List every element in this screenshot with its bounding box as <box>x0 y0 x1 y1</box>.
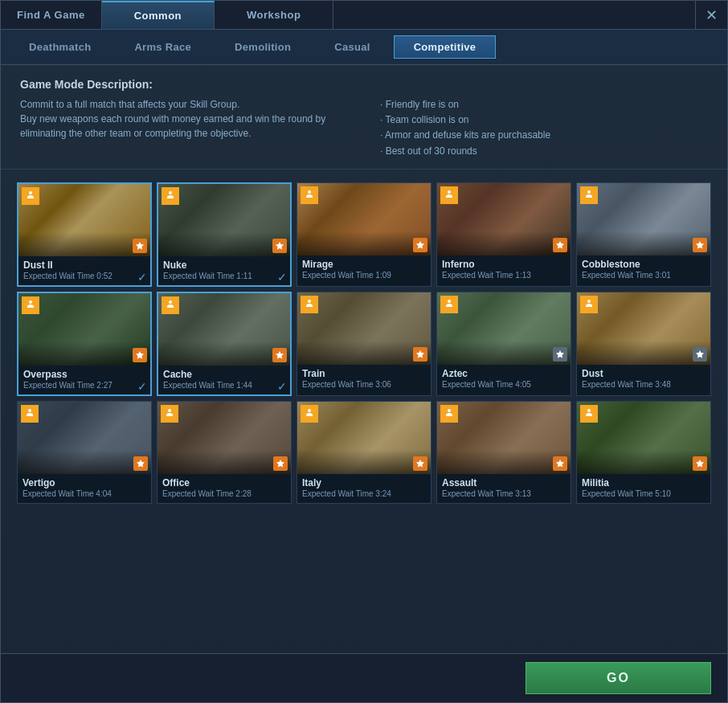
map-thumb-italy <box>297 402 431 474</box>
map-badge-vertigo <box>133 456 148 471</box>
map-player-icon-dust2 <box>22 187 39 205</box>
map-badge-cache <box>272 348 287 362</box>
map-name-cobblestone: Cobblestone <box>582 259 706 270</box>
desc-right-list: · Friendly fire is on · Team collision i… <box>380 97 708 159</box>
main-tabs: Common Workshop <box>102 1 695 29</box>
desc-right: · Friendly fire is on · Team collision i… <box>380 97 708 159</box>
maps-container: ✓Dust IIExpected Wait Time 0:52✓NukeExpe… <box>1 170 727 653</box>
tab-demolition[interactable]: Demolition <box>215 35 311 59</box>
map-thumb-dust <box>577 292 710 365</box>
desc-right-item-1: · Team collision is on <box>380 112 708 128</box>
map-name-militia: Militia <box>582 477 706 488</box>
map-badge-dust2 <box>133 239 147 253</box>
tab-common[interactable]: Common <box>102 1 215 29</box>
map-info-train: TrainExpected Wait Time 3:06 <box>297 365 431 394</box>
map-name-overpass: Overpass <box>23 369 145 380</box>
bottom-bar: GO <box>1 653 727 702</box>
map-name-office: Office <box>162 477 286 488</box>
map-wait-aztec: Expected Wait Time 4:05 <box>442 380 566 389</box>
map-info-militia: MilitiaExpected Wait Time 5:10 <box>577 474 710 503</box>
map-name-assault: Assault <box>442 477 566 488</box>
tab-armsrace[interactable]: Arms Race <box>114 35 211 59</box>
desc-right-item-3: · Best out of 30 rounds <box>380 144 708 159</box>
map-badge-militia <box>693 456 707 471</box>
desc-left-line1: Commit to a full match that affects your… <box>20 97 348 112</box>
map-name-italy: Italy <box>302 477 426 488</box>
map-name-train: Train <box>302 368 426 379</box>
tab-workshop[interactable]: Workshop <box>215 1 333 29</box>
map-thumb-train <box>297 292 431 365</box>
map-wait-dust2: Expected Wait Time 0:52 <box>23 272 145 280</box>
map-wait-assault: Expected Wait Time 3:13 <box>442 489 566 498</box>
map-info-vertigo: VertigoExpected Wait Time 4:04 <box>18 474 151 503</box>
desc-title: Game Mode Description: <box>20 78 708 91</box>
map-player-icon-dust <box>580 296 598 313</box>
map-wait-militia: Expected Wait Time 5:10 <box>582 489 706 498</box>
map-card-aztec[interactable]: AztecExpected Wait Time 4:05 <box>436 292 571 396</box>
map-wait-nuke: Expected Wait Time 1:11 <box>163 272 285 280</box>
map-player-icon-mirage <box>301 186 318 204</box>
tab-deathmatch[interactable]: Deathmatch <box>9 35 111 59</box>
map-card-italy[interactable]: ItalyExpected Wait Time 3:24 <box>297 401 431 504</box>
map-player-icon-cobblestone <box>580 186 598 204</box>
map-wait-office: Expected Wait Time 2:28 <box>162 489 286 498</box>
map-badge-aztec <box>553 347 567 362</box>
map-card-vertigo[interactable]: VertigoExpected Wait Time 4:04 <box>17 401 152 504</box>
map-info-cobblestone: CobblestoneExpected Wait Time 3:01 <box>577 255 710 284</box>
map-badge-office <box>273 456 288 471</box>
map-badge-italy <box>413 456 427 471</box>
map-wait-cache: Expected Wait Time 1:44 <box>163 381 285 390</box>
map-player-icon-cache <box>162 296 179 314</box>
map-name-inferno: Inferno <box>442 259 566 270</box>
map-badge-assault <box>553 456 567 471</box>
map-player-icon-overpass <box>22 296 39 314</box>
map-badge-train <box>413 347 427 362</box>
map-player-icon-train <box>301 296 318 313</box>
map-card-overpass[interactable]: ✓OverpassExpected Wait Time 2:27 <box>17 292 152 396</box>
close-button[interactable]: ✕ <box>695 1 727 29</box>
map-wait-inferno: Expected Wait Time 1:13 <box>442 271 566 280</box>
map-name-cache: Cache <box>163 369 285 380</box>
map-card-office[interactable]: OfficeExpected Wait Time 2:28 <box>157 401 292 504</box>
map-wait-train: Expected Wait Time 3:06 <box>302 380 426 389</box>
map-card-cobblestone[interactable]: CobblestoneExpected Wait Time 3:01 <box>576 182 711 287</box>
map-card-dust2[interactable]: ✓Dust IIExpected Wait Time 0:52 <box>17 182 152 287</box>
map-player-icon-assault <box>440 405 458 423</box>
tab-competitive[interactable]: Competitive <box>394 35 497 59</box>
map-card-mirage[interactable]: MirageExpected Wait Time 1:09 <box>297 182 431 287</box>
map-card-assault[interactable]: AssaultExpected Wait Time 3:13 <box>436 401 571 504</box>
map-card-cache[interactable]: ✓CacheExpected Wait Time 1:44 <box>157 292 292 396</box>
description-section: Game Mode Description: Commit to a full … <box>1 65 727 170</box>
map-card-train[interactable]: TrainExpected Wait Time 3:06 <box>297 292 431 396</box>
map-name-aztec: Aztec <box>442 368 566 379</box>
map-wait-italy: Expected Wait Time 3:24 <box>302 489 426 498</box>
map-card-dust[interactable]: DustExpected Wait Time 3:48 <box>576 292 711 396</box>
go-button[interactable]: GO <box>526 662 711 694</box>
map-name-dust2: Dust II <box>23 260 145 271</box>
map-thumb-office <box>157 402 291 474</box>
map-card-inferno[interactable]: InfernoExpected Wait Time 1:13 <box>436 182 571 287</box>
map-badge-overpass <box>133 348 147 362</box>
map-thumb-cobblestone <box>577 183 710 255</box>
map-info-overpass: ✓OverpassExpected Wait Time 2:27 <box>18 366 150 394</box>
mode-tabs: Deathmatch Arms Race Demolition Casual C… <box>1 30 727 65</box>
map-info-mirage: MirageExpected Wait Time 1:09 <box>297 255 431 284</box>
map-info-dust2: ✓Dust IIExpected Wait Time 0:52 <box>18 256 150 285</box>
map-name-vertigo: Vertigo <box>22 477 146 488</box>
map-thumb-nuke <box>158 184 290 256</box>
map-card-nuke[interactable]: ✓NukeExpected Wait Time 1:11 <box>157 182 292 287</box>
map-wait-overpass: Expected Wait Time 2:27 <box>23 381 145 390</box>
map-thumb-militia <box>577 402 710 474</box>
map-thumb-inferno <box>437 183 571 255</box>
map-player-icon-aztec <box>440 296 458 313</box>
map-player-icon-italy <box>301 405 318 423</box>
map-card-militia[interactable]: MilitiaExpected Wait Time 5:10 <box>576 401 711 504</box>
map-info-assault: AssaultExpected Wait Time 3:13 <box>437 474 571 503</box>
map-player-icon-vertigo <box>21 405 39 423</box>
desc-left: Commit to a full match that affects your… <box>20 97 348 159</box>
tab-casual[interactable]: Casual <box>314 35 390 59</box>
map-badge-dust <box>693 347 707 362</box>
map-wait-vertigo: Expected Wait Time 4:04 <box>22 489 146 498</box>
map-wait-dust: Expected Wait Time 3:48 <box>582 380 706 389</box>
map-info-cache: ✓CacheExpected Wait Time 1:44 <box>158 366 290 394</box>
